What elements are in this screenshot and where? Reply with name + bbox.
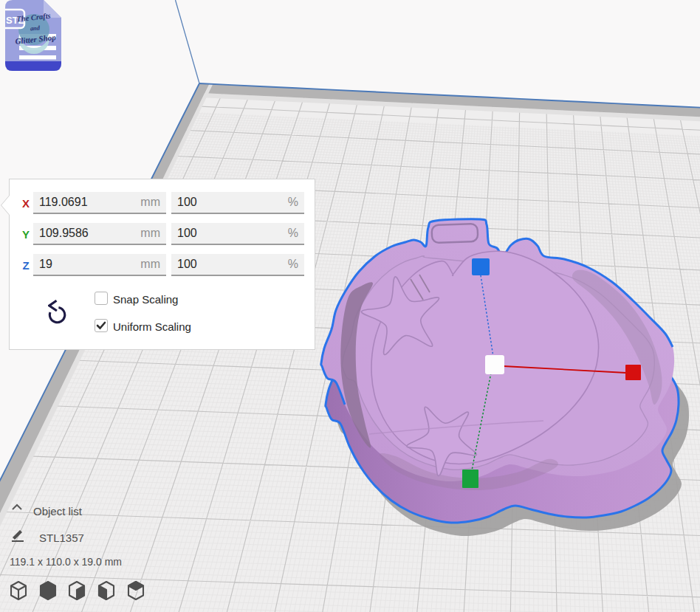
svg-text:and: and — [30, 24, 41, 32]
